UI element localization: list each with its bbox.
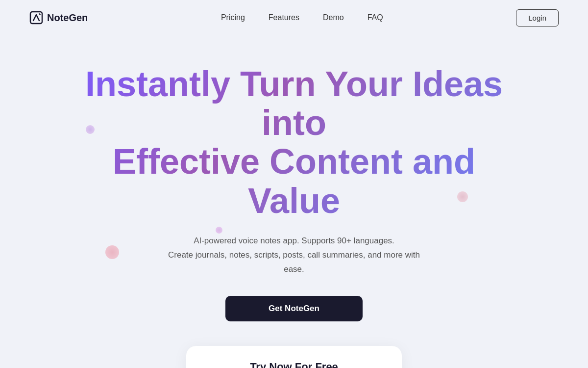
nav-faq[interactable]: FAQ — [368, 13, 383, 22]
nav-pricing[interactable]: Pricing — [221, 13, 245, 22]
nav-links: Pricing Features Demo FAQ — [221, 13, 383, 22]
hero-title: Instantly Turn Your Ideas into Effective… — [74, 65, 514, 220]
hero-section: Instantly Turn Your Ideas into Effective… — [0, 35, 588, 368]
nav-demo[interactable]: Demo — [323, 13, 344, 22]
nav-features[interactable]: Features — [269, 13, 299, 22]
logo-icon — [29, 11, 43, 25]
login-button[interactable]: Login — [516, 9, 559, 26]
svg-rect-0 — [30, 12, 42, 24]
cta-button[interactable]: Get NoteGen — [225, 296, 363, 321]
try-card-title: Try Now For Free — [201, 361, 387, 368]
navbar: NoteGen Pricing Features Demo FAQ Login — [0, 0, 588, 35]
logo-link[interactable]: NoteGen — [29, 11, 88, 25]
hero-subtitle: AI-powered voice notes app. Supports 90+… — [167, 234, 421, 277]
try-card: Try Now For Free Ready to record — [186, 346, 402, 368]
logo-text: NoteGen — [47, 12, 88, 24]
